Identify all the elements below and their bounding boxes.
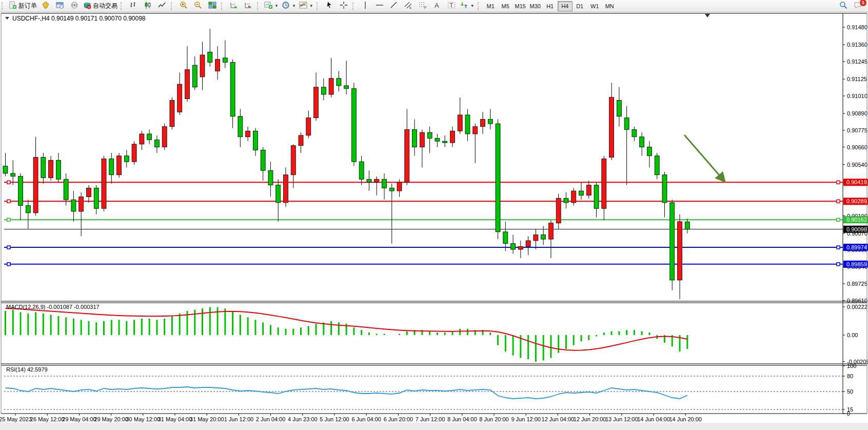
crosshair-icon <box>340 1 348 11</box>
search-button[interactable] <box>836 1 851 12</box>
chevron-down-icon[interactable]: ▼ <box>470 4 475 8</box>
timeframe-button-m30[interactable]: M30 <box>528 1 543 11</box>
svg-text:30 May 12:00: 30 May 12:00 <box>126 416 160 422</box>
crosshair-button[interactable] <box>337 1 351 12</box>
timeframe-button-w1[interactable]: W1 <box>587 1 602 11</box>
bar-chart-icon <box>129 1 137 11</box>
timeframe-button-m1[interactable]: M1 <box>483 1 498 11</box>
price-tag-0.90098: 0.90098 <box>843 226 868 233</box>
navigator-button[interactable] <box>67 1 82 12</box>
svg-text:0.90163: 0.90163 <box>846 217 867 223</box>
svg-text:0.90775: 0.90775 <box>847 127 867 133</box>
timeframe-button-h4[interactable]: H4 <box>558 1 573 11</box>
toolbar-grip <box>2 2 5 10</box>
chart-window[interactable]: 0.914800.913600.912450.911250.910100.908… <box>0 12 868 423</box>
indicators-button[interactable]: ▼ <box>298 1 315 12</box>
label-icon: T <box>447 1 456 11</box>
svg-text:7 Jun 12:00: 7 Jun 12:00 <box>416 416 445 422</box>
svg-text:0.91010: 0.91010 <box>847 93 867 99</box>
auto-trading-button[interactable]: 自动交易 <box>82 1 119 12</box>
svg-text:A: A <box>435 2 439 9</box>
tile-windows-button[interactable] <box>205 1 220 12</box>
equidistant-channel-button[interactable]: E <box>401 1 416 12</box>
svg-text:0.00: 0.00 <box>847 332 858 338</box>
metaeditor-button[interactable] <box>38 1 53 12</box>
new-order-icon <box>9 1 17 11</box>
new-chart-button[interactable]: ▼ <box>263 1 280 12</box>
svg-text:USDCHF-,H4 0.90149 0.90171 0.: USDCHF-,H4 0.90149 0.90171 0.90070 0.900… <box>12 15 146 22</box>
svg-text:2 Jun 04:00: 2 Jun 04:00 <box>256 416 286 422</box>
arrows-button[interactable]: ▼ <box>459 1 476 12</box>
line-chart-button[interactable] <box>155 1 169 12</box>
timeframe-button-h1[interactable]: H1 <box>543 1 558 11</box>
chart-shift-button[interactable] <box>241 1 255 12</box>
toolbar-grip <box>171 2 174 10</box>
svg-text:4 Jun 23:00: 4 Jun 23:00 <box>288 416 318 422</box>
svg-text:6 Jun 04:00: 6 Jun 04:00 <box>351 416 381 422</box>
new-chart-icon <box>264 1 272 11</box>
search-icon <box>839 1 847 11</box>
new-order-button[interactable]: 新订单 <box>7 1 38 12</box>
notification-badge: 1 <box>859 0 867 7</box>
svg-text:14 Jun 20:00: 14 Jun 20:00 <box>669 416 702 422</box>
svg-text:5 Jun 12:00: 5 Jun 12:00 <box>320 416 349 422</box>
horizontal-line-button[interactable] <box>372 1 387 12</box>
chevron-down-icon[interactable]: ▼ <box>309 4 313 8</box>
svg-text:12 Jun 04:00: 12 Jun 04:00 <box>542 416 575 422</box>
fibonacci-button[interactable]: F <box>416 1 430 12</box>
text-label-button[interactable]: T <box>444 1 459 12</box>
period-button[interactable]: ▼ <box>280 1 298 12</box>
trendline-button[interactable] <box>387 1 401 12</box>
auto-trading-icon <box>83 1 91 11</box>
price-tag-0.90289: 0.90289 <box>843 198 868 205</box>
svg-text:31 May 04:00: 31 May 04:00 <box>158 416 192 422</box>
svg-text:29 May 04:00: 29 May 04:00 <box>62 416 96 422</box>
zoom-out-button[interactable] <box>191 1 205 12</box>
zoom-in-button[interactable] <box>176 1 191 12</box>
candlestick-chart-icon <box>144 1 152 11</box>
timeframe-button-m5[interactable]: M5 <box>498 1 513 11</box>
svg-text:0.90289: 0.90289 <box>846 198 867 204</box>
svg-text:50: 50 <box>847 388 853 395</box>
terminal-button[interactable] <box>53 1 67 12</box>
bar-chart-button[interactable] <box>126 1 141 12</box>
toolbar-grip <box>121 2 124 10</box>
auto-scroll-icon <box>230 1 238 11</box>
line-chart-icon <box>158 1 166 11</box>
chart-title: USDCHF-,H4 0.90149 0.90171 0.90070 0.900… <box>5 15 146 22</box>
svg-text:0.90890: 0.90890 <box>847 110 867 116</box>
svg-text:0.89725: 0.89725 <box>847 281 867 287</box>
notifications-button[interactable]: 1 <box>851 1 865 12</box>
svg-text:31 May 20:00: 31 May 20:00 <box>190 416 224 422</box>
svg-text:6 Jun 20:00: 6 Jun 20:00 <box>384 416 413 422</box>
svg-text:0.90540: 0.90540 <box>847 162 867 168</box>
chart-canvas[interactable]: 0.914800.913600.912450.911250.910100.908… <box>0 12 868 430</box>
svg-text:0.91125: 0.91125 <box>847 76 867 82</box>
navigator-icon <box>70 1 78 11</box>
text-button[interactable]: A <box>430 1 444 12</box>
svg-text:0.91360: 0.91360 <box>847 42 867 48</box>
svg-text:12 Jun 20:00: 12 Jun 20:00 <box>574 416 606 422</box>
svg-text:29 May 20:00: 29 May 20:00 <box>94 416 128 422</box>
price-tag-0.90163: 0.90163 <box>843 216 868 223</box>
timeframe-button-d1[interactable]: D1 <box>573 1 587 11</box>
chevron-down-icon[interactable]: ▼ <box>292 4 296 8</box>
candlestick-chart-button[interactable] <box>141 1 155 12</box>
chevron-down-icon[interactable]: ▼ <box>274 4 279 8</box>
text-icon: A <box>433 1 441 11</box>
svg-text:1 Jun 12:00: 1 Jun 12:00 <box>224 416 254 422</box>
vertical-line-button[interactable] <box>358 1 372 12</box>
svg-text:80: 80 <box>847 373 853 379</box>
tile-windows-icon <box>208 1 216 11</box>
timeframe-button-m15[interactable]: M15 <box>513 1 528 11</box>
price-tag-0.89974: 0.89974 <box>843 244 868 251</box>
svg-text:9 Jun 12:00: 9 Jun 12:00 <box>511 416 541 422</box>
svg-text:0.89974: 0.89974 <box>846 244 867 250</box>
timeframe-button-mn[interactable]: MN <box>602 1 617 11</box>
cursor-button[interactable] <box>322 1 337 12</box>
svg-text:8 Jun 20:00: 8 Jun 20:00 <box>479 416 509 422</box>
auto-scroll-button[interactable] <box>227 1 241 12</box>
svg-text:0.00222: 0.00222 <box>847 304 867 310</box>
indicators-icon <box>299 1 307 11</box>
svg-text:14 Jun 04:00: 14 Jun 04:00 <box>637 416 670 422</box>
